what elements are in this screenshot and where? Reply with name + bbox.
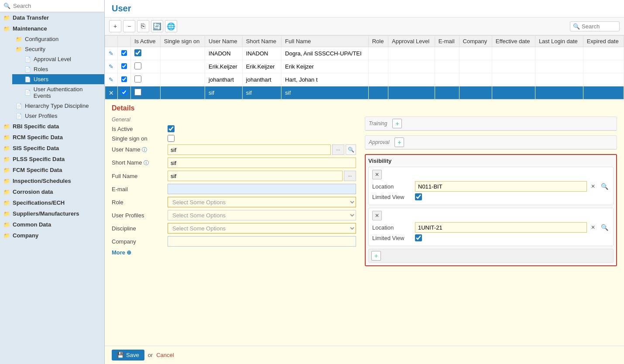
details-layout: General Is Active Single sign on User Na… <box>112 117 617 266</box>
sidebar-item-corrosion[interactable]: 📁 Corrosion data <box>0 186 104 197</box>
effective-date-cell <box>492 86 535 100</box>
last-login-cell <box>535 47 583 60</box>
short-name-field[interactable] <box>168 158 356 168</box>
approval-add-btn[interactable]: + <box>394 137 404 147</box>
vis-limited-view-checkbox-1[interactable] <box>415 193 422 200</box>
sidebar-search-input[interactable] <box>13 3 101 9</box>
is-active-field[interactable] <box>168 125 175 132</box>
vis-location-field-2[interactable] <box>415 222 587 233</box>
sidebar-item-maintenance[interactable]: 📁 Maintenance <box>0 23 104 34</box>
is-active-cell[interactable] <box>131 60 161 73</box>
sidebar-item-roles[interactable]: 📄 Roles <box>12 64 104 74</box>
is-active-checkbox[interactable] <box>134 76 141 82</box>
vis-search-btn-2[interactable]: 🔍 <box>599 222 610 233</box>
sidebar-item-configuration[interactable]: 📁 Configuration <box>3 34 104 44</box>
sidebar-item-label: Users <box>34 76 48 82</box>
vis-location-row-1: Location ✕ 🔍 <box>372 181 610 192</box>
username-search-btn[interactable]: 🔍 <box>346 144 356 155</box>
user-table: Is Active Single sign on User Name Short… <box>105 35 624 100</box>
row-checkbox[interactable] <box>121 50 127 56</box>
sidebar-item-data-transfer[interactable]: 📁 Data Transfer <box>0 12 104 23</box>
single-sign-on-field[interactable] <box>168 135 175 142</box>
refresh-button[interactable]: 🔄 <box>151 20 163 32</box>
save-button[interactable]: 💾 Save <box>112 350 144 361</box>
edit-cell[interactable]: ✎ <box>105 73 118 86</box>
toolbar-search-input[interactable] <box>582 23 617 30</box>
checkbox-cell[interactable] <box>118 47 131 60</box>
sidebar-item-fcm-specific[interactable]: 📁 FCM Specific Data <box>0 165 104 175</box>
toolbar-search-box[interactable]: 🔍 <box>570 21 620 31</box>
globe-button[interactable]: 🌐 <box>165 20 177 32</box>
vis-add-btn[interactable]: + <box>371 251 381 261</box>
full-name-cell: Hart, Johan t <box>281 73 368 86</box>
sidebar-item-label: Common Data <box>13 221 51 228</box>
remove-button[interactable]: − <box>123 20 135 32</box>
sidebar-item-company[interactable]: 📁 Company <box>0 230 104 241</box>
folder-icon: 📁 <box>16 36 22 42</box>
full-name-options-btn[interactable]: ··· <box>344 171 356 181</box>
training-add-btn[interactable]: + <box>392 119 402 128</box>
full-name-field[interactable] <box>168 171 343 181</box>
is-active-checkbox[interactable] <box>134 62 141 69</box>
checkbox-cell[interactable] <box>118 73 131 86</box>
row-checkbox[interactable] <box>121 76 127 82</box>
vis-clear-btn-2[interactable]: ✕ <box>588 222 598 233</box>
copy-button[interactable]: ⎘ <box>137 20 149 32</box>
checkbox-cell[interactable] <box>118 86 131 100</box>
row-checkbox[interactable] <box>121 63 127 69</box>
edit-cell[interactable]: ✎ <box>105 60 118 73</box>
role-select[interactable]: Select Some Options <box>168 197 356 207</box>
add-button[interactable]: + <box>109 20 121 32</box>
sidebar-item-users[interactable]: 📄 Users <box>12 74 104 84</box>
sidebar-item-rcm-specific[interactable]: 📁 RCM Specific Data <box>0 132 104 143</box>
sidebar-item-user-auth-events[interactable]: 📄 User Authentication Events <box>12 84 104 101</box>
sidebar-search-box[interactable]: 🔍 <box>0 0 104 12</box>
cancel-cell[interactable]: ✕ <box>105 86 118 100</box>
sidebar-item-user-profiles[interactable]: 📄 User Profiles <box>3 111 104 121</box>
cancel-link[interactable]: Cancel <box>156 352 174 358</box>
sidebar-item-specifications[interactable]: 📁 Specifications/ECH <box>0 197 104 208</box>
edit-icon[interactable]: ✎ <box>109 63 113 70</box>
is-active-cell[interactable] <box>131 73 161 86</box>
is-active-checkbox[interactable] <box>134 89 141 96</box>
sidebar-item-rbi-specific[interactable]: 📁 RBI Specific data <box>0 121 104 132</box>
table-row: ✕ sif sif sif <box>105 86 624 100</box>
cancel-icon[interactable]: ✕ <box>109 89 114 96</box>
vis-limited-view-checkbox-2[interactable] <box>415 234 422 241</box>
edit-cell[interactable]: ✎ <box>105 47 118 60</box>
sidebar-item-approval-level[interactable]: 📄 Approval Level <box>12 54 104 64</box>
sidebar-item-sis-specific[interactable]: 📁 SIS Specific Data <box>0 143 104 154</box>
user-profiles-select[interactable]: Select Some Options <box>168 210 356 220</box>
edit-icon[interactable]: ✎ <box>109 76 113 83</box>
approval-panel-header: Approval + <box>365 136 617 149</box>
vis-location-field-1[interactable] <box>415 181 587 192</box>
is-active-cell[interactable] <box>131 86 161 100</box>
row-checkbox[interactable] <box>121 89 127 95</box>
is-active-checkbox[interactable] <box>134 49 141 56</box>
vis-close-btn-2[interactable]: ✕ <box>372 211 382 220</box>
sidebar-item-plss-specific[interactable]: 📁 PLSS Specific Data <box>0 154 104 165</box>
vis-close-btn-1[interactable]: ✕ <box>372 170 382 179</box>
sidebar-item-inspection[interactable]: 📁 Inspection/Schedules <box>0 175 104 186</box>
vis-search-btn-1[interactable]: 🔍 <box>599 181 610 192</box>
main-panel: User + − ⎘ 🔄 🌐 🔍 Is Active Single sign o… <box>105 0 624 364</box>
username-label: User Name ⓘ <box>112 146 164 154</box>
email-field[interactable] <box>168 184 356 194</box>
username-options-btn[interactable]: ··· <box>332 144 344 155</box>
is-active-cell[interactable] <box>131 47 161 60</box>
more-link[interactable]: More ⊕ <box>112 249 356 256</box>
sidebar-item-common-data[interactable]: 📁 Common Data <box>0 219 104 230</box>
visibility-title: Visibility <box>368 158 614 164</box>
edit-icon[interactable]: ✎ <box>109 50 113 57</box>
checkbox-cell[interactable] <box>118 60 131 73</box>
discipline-select[interactable]: Select Some Options <box>168 223 356 234</box>
save-label: Save <box>126 352 139 358</box>
company-field[interactable] <box>168 236 356 247</box>
sidebar-item-security[interactable]: 📁 Security <box>3 44 104 54</box>
sidebar-item-suppliers[interactable]: 📁 Suppliers/Manufacturers <box>0 208 104 219</box>
sidebar-item-hierarchy-type[interactable]: 📄 Hierarchy Type Discipline <box>3 101 104 111</box>
role-cell <box>368 47 388 60</box>
username-field[interactable] <box>168 144 331 155</box>
vis-clear-btn-1[interactable]: ✕ <box>588 181 598 192</box>
username-row: User Name ⓘ ··· 🔍 <box>112 144 356 155</box>
